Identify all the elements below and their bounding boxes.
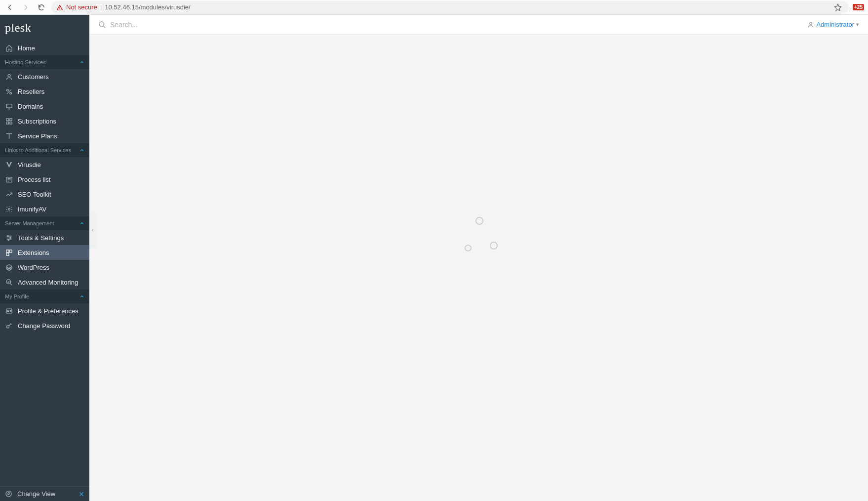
- user-name: Administrator: [816, 21, 854, 28]
- svg-point-23: [810, 22, 812, 25]
- virusdie-icon: [5, 161, 13, 168]
- svg-rect-4: [6, 118, 8, 120]
- browser-forward-button: [20, 1, 32, 13]
- svg-point-22: [99, 22, 104, 26]
- sidebar-item-tools-settings[interactable]: Tools & Settings: [0, 230, 89, 245]
- content-area: [89, 35, 868, 501]
- chevron-up-icon: [79, 60, 84, 65]
- book-icon: [5, 132, 13, 140]
- chevron-up-icon: [79, 148, 84, 153]
- sidebar-section-links[interactable]: Links to Additional Services: [0, 143, 89, 157]
- sidebar-item-extensions[interactable]: Extensions: [0, 245, 89, 260]
- list-icon: [5, 175, 13, 183]
- id-card-icon: [5, 307, 13, 315]
- sidebar-item-label: Customers: [18, 73, 49, 81]
- sidebar-item-seo-toolkit[interactable]: SEO Toolkit: [0, 187, 89, 202]
- sidebar-item-label: Extensions: [18, 249, 49, 256]
- svg-point-11: [9, 237, 11, 239]
- browser-extension-badge[interactable]: +25: [853, 4, 864, 10]
- section-label: Server Management: [5, 220, 54, 226]
- home-icon: [5, 44, 13, 52]
- person-icon: [5, 73, 13, 81]
- svg-rect-14: [9, 250, 12, 252]
- sidebar-item-label: Resellers: [18, 88, 44, 95]
- sidebar-item-resellers[interactable]: Resellers: [0, 84, 89, 99]
- user-menu[interactable]: Administrator ▾: [807, 21, 859, 28]
- browser-chrome: Not secure | 10.52.46.15/modules/virusdi…: [0, 0, 868, 15]
- sidebar-item-subscriptions[interactable]: Subscriptions: [0, 114, 89, 128]
- search-wrap: [98, 21, 803, 29]
- gear-icon: [5, 205, 13, 213]
- svg-point-21: [6, 491, 11, 497]
- chevron-up-icon: [79, 294, 84, 299]
- svg-point-2: [9, 92, 11, 94]
- svg-rect-7: [9, 122, 11, 124]
- sidebar-item-label: ImunifyAV: [18, 206, 46, 213]
- puzzle-icon: [5, 249, 13, 256]
- sidebar-item-label: Tools & Settings: [18, 234, 64, 242]
- spinner-dot: [465, 245, 472, 251]
- svg-rect-6: [6, 122, 8, 124]
- browser-omnibox[interactable]: Not secure | 10.52.46.15/modules/virusdi…: [51, 1, 849, 14]
- sidebar-item-wordpress[interactable]: WordPress: [0, 260, 89, 275]
- svg-rect-18: [6, 309, 11, 313]
- sidebar-item-profile-prefs[interactable]: Profile & Preferences: [0, 303, 89, 318]
- magnifier-chart-icon: [5, 278, 13, 286]
- person-icon: [807, 21, 814, 28]
- sliders-icon: [5, 234, 13, 242]
- compass-icon: [5, 490, 12, 498]
- svg-point-10: [7, 235, 8, 237]
- sidebar: plesk Home Hosting Services Customers Re…: [0, 15, 89, 501]
- section-label: My Profile: [5, 293, 29, 299]
- close-icon[interactable]: [79, 491, 84, 497]
- topbar: Administrator ▾: [89, 15, 868, 35]
- sidebar-item-label: Domains: [18, 103, 43, 110]
- svg-point-1: [6, 89, 8, 91]
- percent-icon: [5, 87, 13, 95]
- svg-point-9: [8, 208, 10, 210]
- search-icon: [98, 21, 106, 29]
- sidebar-section-profile[interactable]: My Profile: [0, 290, 89, 303]
- key-icon: [5, 322, 13, 330]
- not-secure-label: Not secure: [66, 3, 97, 11]
- sidebar-item-label: Change Password: [18, 322, 70, 330]
- bookmark-star-icon[interactable]: [834, 3, 842, 11]
- sidebar-item-advanced-monitoring[interactable]: Advanced Monitoring: [0, 275, 89, 290]
- logo[interactable]: plesk: [0, 15, 89, 41]
- sidebar-footer-change-view[interactable]: Change View: [0, 486, 89, 501]
- loading-spinner: [461, 217, 497, 253]
- omnibox-separator: |: [100, 3, 102, 11]
- footer-label: Change View: [17, 490, 55, 498]
- sidebar-item-label: Advanced Monitoring: [18, 279, 78, 286]
- svg-rect-3: [6, 104, 11, 108]
- warning-icon: [56, 4, 63, 11]
- sidebar-item-customers[interactable]: Customers: [0, 69, 89, 84]
- section-label: Hosting Services: [5, 59, 46, 65]
- sidebar-item-imunify[interactable]: ImunifyAV: [0, 202, 89, 216]
- browser-url: 10.52.46.15/modules/virusdie/: [105, 3, 190, 11]
- search-input[interactable]: [110, 21, 258, 29]
- section-label: Links to Additional Services: [5, 147, 71, 153]
- logo-text: plesk: [5, 21, 31, 35]
- wordpress-icon: [5, 263, 13, 271]
- sidebar-item-change-password[interactable]: Change Password: [0, 318, 89, 333]
- sidebar-item-label: Home: [18, 44, 35, 52]
- sidebar-item-service-plans[interactable]: Service Plans: [0, 128, 89, 143]
- sidebar-item-process-list[interactable]: Process list: [0, 172, 89, 187]
- sidebar-item-label: Subscriptions: [18, 118, 56, 125]
- sidebar-item-virusdie[interactable]: Virusdie: [0, 157, 89, 172]
- sidebar-item-label: Virusdie: [18, 161, 41, 168]
- svg-rect-13: [6, 250, 8, 252]
- chevron-down-icon: ▾: [856, 21, 859, 28]
- sidebar-section-hosting[interactable]: Hosting Services: [0, 55, 89, 69]
- sidebar-item-domains[interactable]: Domains: [0, 99, 89, 114]
- svg-rect-5: [9, 118, 11, 120]
- sidebar-section-server[interactable]: Server Management: [0, 216, 89, 230]
- sidebar-item-label: Process list: [18, 176, 50, 183]
- sidebar-item-home[interactable]: Home: [0, 41, 89, 55]
- browser-reload-button[interactable]: [36, 1, 47, 13]
- browser-back-button[interactable]: [4, 1, 16, 13]
- sidebar-item-label: WordPress: [18, 264, 49, 271]
- spinner-dot: [475, 217, 483, 225]
- chevron-up-icon: [79, 221, 84, 226]
